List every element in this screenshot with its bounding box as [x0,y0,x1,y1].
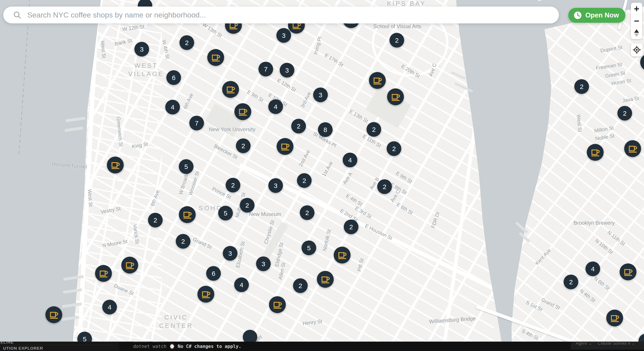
cluster-count: 2 [623,109,627,117]
cluster-marker[interactable]: 7 [258,62,273,76]
cluster-marker[interactable]: 4 [586,262,600,276]
cluster-count: 2 [181,238,185,245]
ide-sidebar-fragment: ELINE UTION EXPLORER [0,342,119,351]
cluster-marker[interactable]: 8 [318,122,333,137]
shop-marker[interactable] [620,264,636,280]
cluster-marker[interactable]: 5 [218,206,233,221]
terminal-panel[interactable]: dotnet watch dotnet watch ⌚ No C# change… [119,342,570,351]
compass-south-icon [634,33,639,37]
locate-button[interactable] [631,43,643,56]
compass-button[interactable] [631,27,642,39]
cluster-marker[interactable]: 2 [240,198,254,213]
shop-marker[interactable] [606,310,623,327]
map-canvas[interactable]: KIPS BAYWESTVILLAGESOHOCIVICCENTERSchool… [0,0,644,351]
cluster-marker[interactable]: 2 [300,205,314,220]
cluster-marker[interactable]: 4 [234,278,249,292]
shop-marker[interactable] [208,49,224,66]
cluster-marker[interactable]: 2 [226,178,240,193]
cluster-marker[interactable]: 4 [343,153,358,167]
cluster-count: 4 [591,265,595,273]
cluster-marker[interactable]: 2 [366,122,381,137]
cluster-marker[interactable]: 4 [166,100,180,114]
cluster-count: 4 [348,156,352,164]
cluster-marker[interactable]: 2 [390,33,404,48]
cluster-count: 3 [262,260,265,268]
cluster-marker[interactable]: 7 [190,116,204,130]
cluster-count: 2 [298,282,302,289]
timeline-header[interactable]: ELINE [0,342,14,345]
cluster-count: 2 [185,39,189,46]
cluster-marker[interactable]: 3 [280,63,294,78]
shop-marker[interactable] [46,307,62,323]
shop-marker[interactable] [334,247,351,264]
coffee-cup-icon [98,268,108,279]
cluster-count: 4 [240,281,244,289]
neighborhood-label: CIVIC [164,314,188,321]
cluster-marker[interactable]: 3 [276,28,291,43]
cluster-count: 7 [195,119,198,127]
cluster-marker[interactable]: 2 [236,139,251,153]
cluster-marker[interactable]: 3 [256,257,271,271]
cluster-marker[interactable]: 2 [344,220,358,234]
shop-marker[interactable] [387,88,404,105]
cluster-marker[interactable]: 3 [223,246,238,261]
shop-marker[interactable] [122,257,138,274]
shop-marker[interactable] [317,271,334,288]
cluster-marker[interactable]: 2 [297,173,312,188]
cluster-marker[interactable]: 3 [313,88,328,102]
cluster-count: 2 [302,177,306,184]
cluster-marker[interactable]: 4 [102,300,117,315]
cluster-count: 7 [264,65,268,73]
neighborhood-label: VILLAGE [128,70,164,78]
agent-mode-selector[interactable]: Agent ⌄ [576,342,592,346]
cluster-marker[interactable]: 2 [564,275,578,289]
shop-marker[interactable] [107,157,124,174]
cluster-marker[interactable]: 3 [268,178,283,193]
ide-bottom-strip: ELINE UTION EXPLORER dotnet watch dotnet… [0,342,644,351]
cluster-marker[interactable]: 2 [618,106,632,121]
model-selector[interactable]: Claude Sonnet 4 ⌄ [598,342,635,346]
chevron-down-icon: ⌄ [588,342,592,346]
solution-explorer-header[interactable]: UTION EXPLORER [3,346,43,351]
cluster-marker[interactable]: 2 [377,179,392,194]
cluster-marker[interactable]: 3 [134,42,149,57]
cluster-count: 3 [228,250,232,257]
shop-marker[interactable] [277,138,294,155]
shop-marker[interactable] [198,286,214,303]
open-now-button[interactable]: Open Now [568,8,626,23]
zoom-in-button[interactable]: + [631,2,642,15]
cluster-count: 3 [282,32,286,39]
shop-marker[interactable] [624,140,641,157]
cluster-marker[interactable]: 2 [574,79,589,94]
search-input[interactable] [27,10,552,19]
cluster-marker[interactable]: 2 [293,279,308,293]
cluster-marker[interactable]: 2 [292,119,306,134]
terminal-prefix: dotnet watch [133,344,166,349]
shop-marker[interactable] [95,265,112,282]
cluster-count: 3 [285,66,289,74]
zoom-out-button[interactable]: − [631,15,642,27]
cluster-marker[interactable]: 5 [179,159,194,174]
cluster-marker[interactable]: 2 [387,141,402,156]
cluster-marker[interactable]: 2 [180,35,194,50]
terminal-line-clipped: dotnet watch [133,342,166,344]
cluster-count: 2 [569,278,573,286]
shop-marker[interactable] [234,103,251,120]
shop-marker[interactable] [587,144,604,161]
cluster-marker[interactable]: 2 [148,213,163,228]
cluster-count: 2 [242,142,245,149]
shop-marker[interactable] [369,72,386,89]
shop-marker[interactable] [222,81,239,98]
shop-marker[interactable] [179,206,196,223]
cluster-marker[interactable]: 4 [268,99,283,114]
cluster-marker[interactable]: 6 [206,266,221,281]
shop-marker[interactable] [269,296,286,313]
cluster-marker[interactable]: 5 [302,241,316,255]
search-bar[interactable] [3,6,559,23]
cluster-count: 2 [392,145,396,152]
cluster-count: 2 [580,83,584,90]
coffee-cup-icon [628,144,638,154]
cluster-marker[interactable]: 2 [176,234,190,249]
cluster-marker[interactable]: 6 [166,70,181,85]
terminal-line: dotnet watch ⌚ No C# changes to apply. [133,344,241,349]
